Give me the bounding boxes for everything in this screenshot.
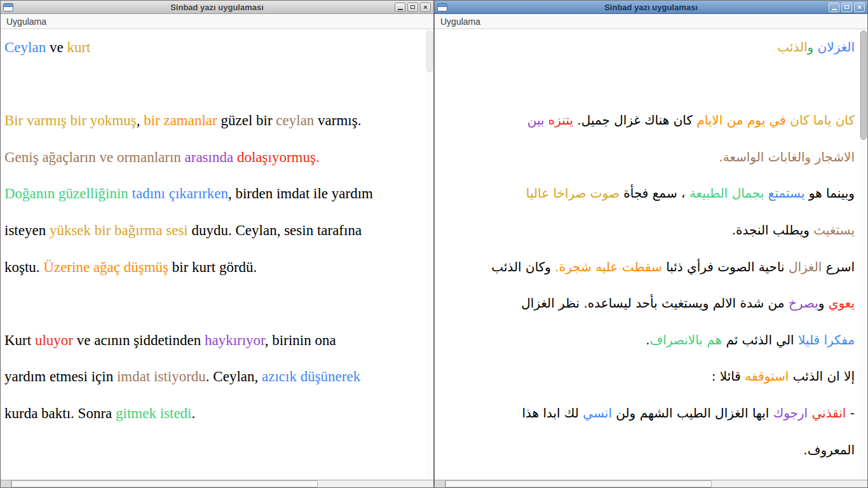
text-segment: güzel bir (217, 112, 276, 128)
text-segment: في يوم من الايام (696, 112, 786, 128)
restore-button[interactable] (407, 3, 418, 12)
horizontal-scrollbar-thumb[interactable] (445, 480, 712, 487)
menu-uygulama[interactable]: Uygulama (6, 17, 46, 27)
text-segment: ve acının şiddetinden (73, 332, 205, 348)
restore-icon (844, 5, 849, 9)
document-text-arabic: الغزلان والذئبكان ياما كان في يوم من الا… (435, 29, 867, 480)
text-segment: الغزلان (813, 39, 855, 55)
vertical-scrollbar-thumb[interactable] (426, 30, 433, 72)
text-segment: يعوي (829, 295, 855, 311)
text-segment: azıcık düşünerek (262, 369, 360, 384)
text-segment: من شدة الالم ويستغيث بأحد ليساعده. نظر ا… (521, 295, 789, 311)
text-line: - انقذني ارجوك ايها الغزال الطيب الشهم و… (438, 395, 855, 432)
scrollbar-corner-box (435, 480, 445, 487)
text-segment: يتنزه (548, 112, 573, 128)
text-segment: dolaşıyormuş. (237, 149, 320, 165)
text-segment: يستمتع (768, 186, 805, 201)
text-segment: gitmek istedi (116, 405, 191, 421)
text-segment: كان هناك غزال جميل. (573, 112, 696, 128)
text-segment: kurda baktı. Sonra (4, 405, 116, 421)
text-segment: الاشجار والغابات الواسعة. (719, 149, 855, 165)
text-segment: - (846, 405, 855, 421)
window-title: Sinbad yazı uygulaması (39, 3, 395, 12)
text-line: Kurt uluyor ve acının şiddetinden haykır… (4, 322, 423, 359)
text-segment: , birinin ona (265, 332, 336, 348)
text-segment: لك ابدا هذا (522, 405, 583, 421)
text-segment: kurt (67, 39, 90, 55)
text-segment: imdat istiyordu (117, 369, 206, 384)
text-line: الغزلان والذئب (438, 29, 855, 66)
text-segment: Kurt (4, 332, 35, 348)
menubar-left: Uygulama (1, 14, 433, 29)
text-segment: ceylan (276, 112, 314, 128)
vertical-scrollbar[interactable] (860, 29, 867, 480)
text-segment: yardım (153, 478, 194, 480)
text-segment: قائلا : (712, 369, 745, 384)
text-line: kurda baktı. Sonra gitmek istedi. (4, 395, 423, 432)
text-segment: ve (46, 39, 67, 55)
text-segment: , (137, 112, 144, 128)
text-segment: استوقفه (745, 369, 789, 384)
text-segment: yardım etmesi için (4, 369, 117, 384)
close-button[interactable]: × (854, 3, 865, 12)
text-line: isteyen yüksek bir bağırma sesi duydu. C… (4, 212, 423, 249)
titlebar-left[interactable]: Sinbad yazı uygulaması × (1, 1, 433, 14)
close-button[interactable]: × (420, 3, 431, 12)
minimize-button[interactable] (395, 3, 405, 12)
text-segment: انقذني (811, 405, 846, 421)
text-segment: ، سمع فجأة (620, 186, 689, 201)
window-menu-icon[interactable] (437, 3, 447, 11)
horizontal-scrollbar-thumb[interactable] (11, 480, 318, 487)
menu-uygulama[interactable]: Uygulama (440, 17, 480, 27)
restore-icon (410, 5, 415, 9)
text-line: وبينما هو يستمتع بجمال الطبيعة ، سمع فجأ… (438, 175, 855, 212)
text-segment: ظل الغزال مفكرا قليلا ثم قرر (698, 478, 855, 480)
text-line: Ceylan ve kurt (4, 29, 423, 66)
text-line: Geniş ağaçların ve ormanların arasında d… (4, 139, 423, 176)
text-line (438, 66, 855, 103)
text-segment: و (818, 295, 829, 311)
restore-button[interactable] (841, 3, 852, 12)
window-menu-icon[interactable] (3, 3, 13, 11)
text-area-arabic[interactable]: الغزلان والذئبكان ياما كان في يوم من الا… (435, 29, 867, 480)
text-segment: ويطلب النجدة. (732, 222, 814, 238)
text-segment: الذئب (777, 39, 807, 55)
minimize-icon (832, 9, 837, 10)
menubar-right: Uygulama (435, 14, 867, 29)
text-line (4, 285, 423, 322)
text-line: Bir varmış bir yokmuş, bir zamanlar güze… (4, 102, 423, 139)
window-turkish: Sinbad yazı uygulaması × Uygulama Ceylan… (0, 0, 434, 488)
text-line: Ceylan geri dönüp kurda yardım etti. (4, 468, 423, 480)
text-segment: etti. (194, 478, 220, 480)
text-segment: يصرخ (789, 295, 818, 311)
text-segment: . Ceylan, (206, 369, 262, 384)
text-segment: وكان الذئب (491, 259, 555, 274)
text-line: يستغيث ويطلب النجدة. (438, 212, 855, 249)
text-segment: الي الذئب ثم (722, 332, 798, 348)
window-controls: × (829, 3, 865, 12)
text-line: yardım etmesi için imdat istiyordu. Ceyl… (4, 358, 423, 395)
desktop: Sinbad yazı uygulaması × Uygulama Ceylan… (0, 0, 868, 488)
text-segment: مفكرا قليلا (798, 332, 855, 348)
vertical-scrollbar-thumb[interactable] (860, 30, 867, 140)
text-line: Doğanın güzelliğinin tadını çıkarırken, … (4, 175, 423, 212)
horizontal-scrollbar[interactable] (435, 480, 867, 487)
text-line (4, 432, 423, 469)
horizontal-scrollbar[interactable] (1, 480, 433, 487)
text-line: المعروف. (438, 432, 855, 469)
titlebar-right[interactable]: Sinbad yazı uygulaması × (435, 1, 867, 14)
text-line: يعوي ويصرخ من شدة الالم ويستغيث بأحد ليس… (438, 285, 855, 322)
text-segment: Üzerine ağaç düşmüş (43, 259, 168, 275)
text-area-turkish[interactable]: Ceylan ve kurtBir varmış bir yokmuş, bir… (1, 29, 433, 480)
text-segment: Ceylan (4, 39, 46, 55)
text-segment: ناحية الصوت فرأي ذئبا (662, 259, 789, 274)
text-segment: arasında (185, 149, 234, 165)
minimize-button[interactable] (829, 3, 839, 12)
text-segment: بين (527, 112, 545, 128)
vertical-scrollbar[interactable] (426, 29, 433, 480)
text-segment: bir kurt gördü. (168, 259, 257, 275)
text-segment: koştu. (4, 259, 43, 275)
window-controls: × (395, 3, 431, 12)
text-segment: ايها الغزال الطيب الشهم ولن (612, 405, 773, 421)
text-line: اسرع الغزال ناحية الصوت فرأي ذئبا سقطت ع… (438, 249, 855, 286)
